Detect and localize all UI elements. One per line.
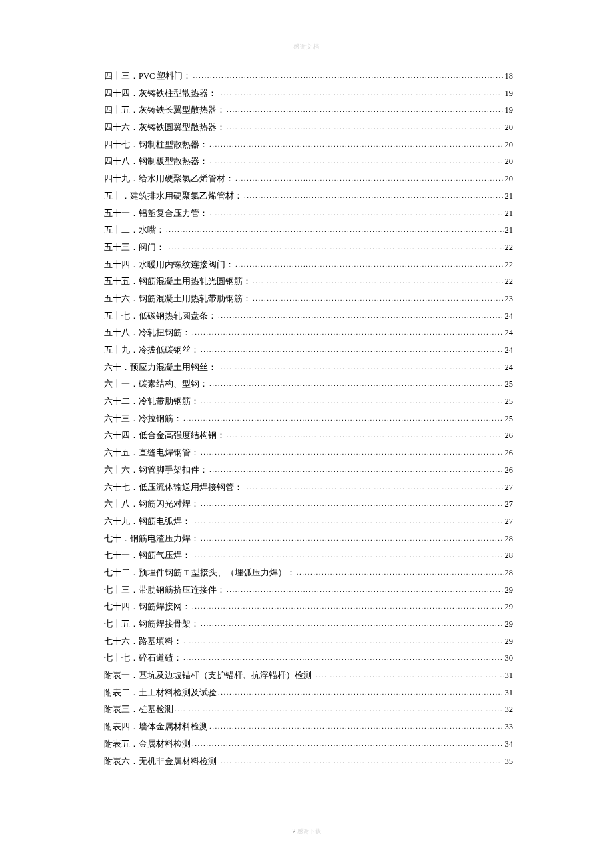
- toc-entry: 七十七．碎石道碴： ..............................…: [104, 654, 513, 663]
- toc-entry-page: 19: [505, 106, 514, 115]
- toc-leader-dots: ........................................…: [313, 671, 504, 679]
- toc-entry-page: 22: [505, 277, 514, 286]
- toc-entry-label: 六十二．冷轧带肋钢筋：: [104, 397, 199, 406]
- toc-entry-label: 六十七．低压流体输送用焊接钢管：: [104, 483, 243, 492]
- toc-entry-label: 七十五．钢筋焊接骨架：: [104, 620, 199, 629]
- toc-entry: 四十三．PVC 塑料门： ...........................…: [104, 72, 513, 81]
- toc-entry-page: 20: [505, 157, 514, 166]
- toc-entry-page: 26: [505, 449, 514, 457]
- toc-leader-dots: ........................................…: [218, 89, 504, 97]
- toc-leader-dots: ........................................…: [192, 551, 504, 559]
- toc-leader-dots: ........................................…: [227, 586, 504, 593]
- toc-leader-dots: ........................................…: [227, 123, 504, 131]
- toc-entry-page: 24: [505, 363, 514, 372]
- toc-entry-page: 19: [505, 89, 514, 98]
- toc-entry: 六十二．冷轧带肋钢筋： ............................…: [104, 397, 513, 406]
- toc-leader-dots: ........................................…: [218, 689, 504, 696]
- toc-entry-label: 六十六．钢管脚手架扣件：: [104, 466, 208, 475]
- toc-entry-page: 21: [505, 226, 514, 235]
- toc-entry-label: 五十八．冷轧扭钢筋：: [104, 329, 191, 337]
- toc-entry: 五十二．水嘴： ................................…: [104, 226, 513, 235]
- toc-entry-page: 30: [505, 654, 514, 663]
- toc-entry: 六十七．低压流体输送用焊接钢管： .......................…: [104, 483, 513, 492]
- toc-entry: 七十二．预埋件钢筋 T 型接头、（埋弧压力焊）： ...............…: [104, 569, 513, 577]
- toc-entry-page: 28: [505, 535, 514, 543]
- toc-leader-dots: ........................................…: [209, 380, 504, 387]
- toc-entry: 六十三．冷拉钢筋： ..............................…: [104, 415, 513, 423]
- toc-leader-dots: ........................................…: [192, 517, 504, 525]
- toc-leader-dots: ........................................…: [218, 312, 504, 319]
- toc-entry: 附表三．桩基检测 ...............................…: [104, 705, 513, 714]
- toc-leader-dots: ........................................…: [183, 637, 504, 645]
- toc-entry-label: 五十九．冷拔低碳钢丝：: [104, 346, 199, 355]
- toc-entry-page: 29: [505, 603, 514, 611]
- toc-entry-label: 五十三．阀门：: [104, 243, 165, 252]
- toc-entry-label: 五十一．铝塑复合压力管：: [104, 209, 208, 218]
- toc-leader-dots: ........................................…: [209, 141, 504, 148]
- toc-leader-dots: ........................................…: [227, 431, 504, 439]
- toc-leader-dots: ........................................…: [253, 295, 504, 302]
- toc-entry: 五十九．冷拔低碳钢丝： ............................…: [104, 346, 513, 355]
- toc-entry-page: 32: [505, 705, 514, 714]
- toc-entry-label: 五十．建筑排水用硬聚氯乙烯管材：: [104, 192, 243, 201]
- toc-entry-page: 20: [505, 175, 514, 183]
- toc-leader-dots: ........................................…: [218, 757, 504, 765]
- toc-entry: 五十七．低碳钢热轧圆盘条： ..........................…: [104, 312, 513, 321]
- toc-entry-page: 23: [505, 295, 514, 303]
- toc-leader-dots: ........................................…: [201, 500, 504, 507]
- toc-entry: 六十五．直缝电焊钢管： ............................…: [104, 449, 513, 457]
- toc-entry-label: 四十八．钢制板型散热器：: [104, 157, 208, 166]
- toc-entry-label: 六十三．冷拉钢筋：: [104, 415, 182, 423]
- toc-entry: 五十．建筑排水用硬聚氯乙烯管材： .......................…: [104, 192, 513, 201]
- toc-entry-label: 四十七．钢制柱型散热器：: [104, 141, 208, 149]
- toc-entry-page: 29: [505, 586, 514, 595]
- toc-entry-page: 34: [505, 740, 514, 749]
- toc-entry: 五十四．水暖用内螺纹连接阀门： ........................…: [104, 261, 513, 269]
- toc-entry-label: 附表四．墙体金属材料检测: [104, 723, 208, 731]
- header-watermark: 感谢文档: [293, 43, 320, 51]
- toc-leader-dots: ........................................…: [244, 192, 504, 199]
- toc-entry-page: 22: [505, 261, 514, 269]
- toc-entry-page: 28: [505, 569, 514, 577]
- toc-entry-page: 25: [505, 415, 514, 423]
- toc-entry-page: 22: [505, 243, 514, 252]
- toc-entry: 七十．钢筋电渣压力焊： ............................…: [104, 535, 513, 543]
- toc-leader-dots: ........................................…: [166, 226, 504, 233]
- toc-entry: 五十一．铝塑复合压力管： ...........................…: [104, 209, 513, 218]
- toc-leader-dots: ........................................…: [183, 654, 504, 661]
- toc-leader-dots: ........................................…: [201, 535, 504, 542]
- toc-entry-label: 四十六．灰铸铁圆翼型散热器：: [104, 123, 225, 132]
- toc-entry-page: 31: [505, 689, 514, 697]
- toc-entry-label: 六十八．钢筋闪光对焊：: [104, 500, 199, 509]
- toc-entry-page: 18: [505, 72, 514, 81]
- toc-entry: 七十一．钢筋气压焊： .............................…: [104, 551, 513, 560]
- toc-leader-dots: ........................................…: [201, 397, 504, 405]
- toc-entry-label: 七十二．预埋件钢筋 T 型接头、（埋弧压力焊）：: [104, 569, 295, 577]
- toc-entry-label: 四十四．灰铸铁柱型散热器：: [104, 89, 217, 98]
- toc-entry: 六十八．钢筋闪光对焊： ............................…: [104, 500, 513, 509]
- toc-leader-dots: ........................................…: [227, 106, 504, 113]
- toc-entry-page: 27: [505, 517, 514, 526]
- toc-entry-label: 四十九．给水用硬聚氯乙烯管材：: [104, 175, 234, 183]
- footer-suffix: 感谢下载: [296, 828, 321, 835]
- toc-leader-dots: ........................................…: [201, 346, 504, 353]
- toc-entry-page: 21: [505, 209, 514, 218]
- toc-entry: 四十九．给水用硬聚氯乙烯管材： ........................…: [104, 175, 513, 183]
- toc-leader-dots: ........................................…: [166, 243, 504, 251]
- toc-entry-page: 27: [505, 483, 514, 492]
- table-of-contents: 四十三．PVC 塑料门： ...........................…: [104, 72, 513, 774]
- toc-entry-label: 五十二．水嘴：: [104, 226, 165, 235]
- toc-entry-label: 附表三．桩基检测: [104, 705, 173, 714]
- toc-leader-dots: ........................................…: [209, 157, 504, 165]
- toc-entry-page: 24: [505, 312, 514, 321]
- toc-entry-page: 29: [505, 620, 514, 629]
- toc-leader-dots: ........................................…: [235, 261, 504, 268]
- toc-leader-dots: ........................................…: [175, 705, 504, 713]
- toc-entry: 六十．预应力混凝土用钢丝： ..........................…: [104, 363, 513, 372]
- toc-leader-dots: ........................................…: [209, 723, 504, 730]
- toc-entry-label: 六十四．低合金高强度结构钢：: [104, 431, 225, 440]
- toc-leader-dots: ........................................…: [218, 363, 504, 371]
- toc-leader-dots: ........................................…: [183, 415, 504, 422]
- toc-entry-label: 五十六．钢筋混凝土用热轧带肋钢筋：: [104, 295, 251, 303]
- toc-entry-label: 五十五．钢筋混凝土用热轧光圆钢筋：: [104, 277, 251, 286]
